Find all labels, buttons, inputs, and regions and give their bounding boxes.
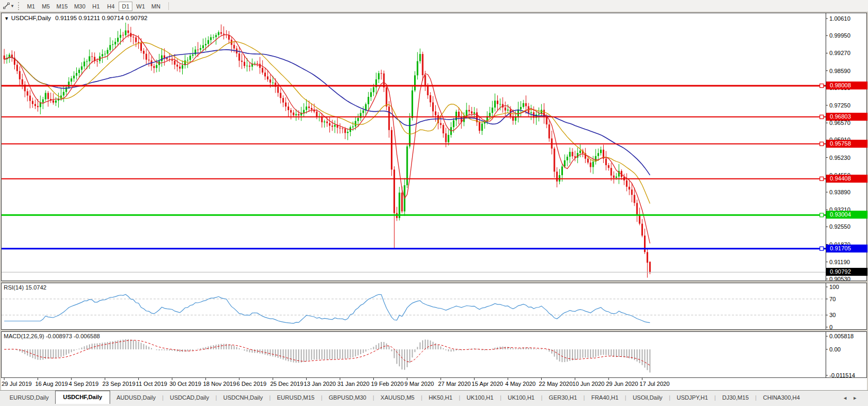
- chart-tab-eurusd-m15[interactable]: EURUSD,M15: [271, 392, 321, 404]
- rsi-panel[interactable]: [1, 283, 867, 330]
- chart-tab-hk50-h1[interactable]: HK50,H1: [423, 392, 459, 404]
- chart-tab-dj30-m15[interactable]: DJ30,M15: [716, 392, 755, 404]
- tab-scroll-left-icon[interactable]: ◄: [843, 395, 853, 401]
- date-axis-label: 11 Oct 2019: [136, 381, 167, 387]
- macd-indicator-label: MACD(12,26,9) -0.008973 -0.006588: [4, 333, 100, 339]
- price-axis-tick: 0.95230: [829, 154, 851, 161]
- date-axis-label: 29 Jul 2019: [2, 381, 32, 387]
- timeframe-button-h4[interactable]: H4: [104, 2, 118, 11]
- timeframe-button-m30[interactable]: M30: [71, 2, 88, 11]
- date-axis-label: 4 May 2020: [505, 381, 535, 387]
- price-axis-tick: 0.97250: [829, 102, 851, 109]
- price-axis-tick: 1.00610: [829, 15, 851, 22]
- price-line-badge: 0.93004: [826, 211, 867, 219]
- chart-tabs: EURUSD,DailyUSDCHF,DailyAUDUSD,Daily|USD…: [3, 391, 806, 404]
- price-line-badge: 0.95758: [826, 140, 867, 148]
- timeframe-buttons: M1M5M15M30H1H4D1W1MN: [24, 1, 164, 11]
- chart-tab-usdchf-daily[interactable]: USDCHF,Daily: [55, 391, 110, 404]
- date-axis-label: 27 Mar 2020: [438, 381, 471, 387]
- dropdown-caret-icon[interactable]: ▾: [11, 3, 14, 8]
- timeframe-button-m15[interactable]: M15: [54, 2, 70, 11]
- price-axis-tick: 0.93890: [829, 188, 851, 196]
- timeframe-button-m1[interactable]: M1: [24, 2, 38, 11]
- macd-axis-tick: 0.005818: [829, 332, 854, 340]
- date-axis-label: 22 May 2020: [539, 381, 572, 387]
- chart-ohlc-values: 0.91195 0.91211 0.90714 0.90792: [55, 15, 147, 21]
- status-strip: [0, 404, 868, 406]
- price-axis-tick: 0.92550: [829, 223, 851, 230]
- timeframe-button-m5[interactable]: M5: [39, 2, 53, 11]
- rsi-axis-tick: 100: [829, 283, 839, 291]
- price-axis-tick: 0.99950: [829, 32, 851, 39]
- chart-tab-bar: EURUSD,DailyUSDCHF,DailyAUDUSD,Daily|USD…: [0, 390, 868, 404]
- timeframe-button-mn[interactable]: MN: [149, 2, 163, 11]
- price-axis-tick: 0.98590: [829, 67, 851, 75]
- tab-scroll-right-icon[interactable]: ►: [853, 395, 863, 401]
- chart-tab-china300-h4[interactable]: CHINA300,H4: [757, 392, 807, 404]
- price-line-badge: 0.98008: [826, 82, 867, 89]
- price-line-badge: 0.91705: [826, 245, 867, 252]
- macd-axis-tick: -0.011514: [829, 372, 855, 379]
- date-axis-label: 17 Jul 2020: [640, 381, 670, 387]
- date-axis-label: 31 Jan 2020: [337, 381, 370, 387]
- timeframe-toolbar: ▾ M1M5M15M30H1H4D1W1MN: [0, 0, 868, 12]
- chart-tab-audusd-daily[interactable]: AUDUSD,Daily: [110, 392, 162, 404]
- chart-tab-eurusd-daily[interactable]: EURUSD,Daily: [3, 392, 55, 404]
- chart-tab-ger30-h1[interactable]: GER30,H1: [542, 392, 583, 404]
- chart-tab-usdcad-daily[interactable]: USDCAD,Daily: [164, 392, 216, 404]
- chart-tab-fra40-h1[interactable]: FRA40,H1: [585, 392, 624, 404]
- date-axis-label: 9 Mar 2020: [405, 381, 434, 387]
- current-price-badge: 0.90792: [826, 268, 867, 276]
- date-axis-label: 23 Sep 2019: [102, 381, 135, 387]
- date-axis-label: 10 Jun 2020: [572, 381, 605, 387]
- price-line-badge: 0.96803: [826, 113, 867, 121]
- date-axis-label: 15 Apr 2020: [472, 381, 503, 387]
- timeframe-button-h1[interactable]: H1: [89, 2, 103, 11]
- date-axis-label: 25 Dec 2019: [270, 381, 303, 387]
- date-axis-label: 30 Oct 2019: [169, 381, 201, 387]
- macd-panel[interactable]: [1, 331, 867, 378]
- timeframe-button-d1[interactable]: D1: [119, 2, 132, 11]
- price-axis-tick: 0.91190: [829, 258, 850, 266]
- chart-tab-uk100-h1[interactable]: UK100,H1: [460, 392, 500, 404]
- date-axis-label: 18 Nov 2019: [203, 381, 236, 387]
- tab-scroll-arrows: ◄►: [843, 395, 863, 401]
- chart-symbol-period: USDCHF,Daily: [11, 15, 51, 21]
- main-chart-panel[interactable]: [1, 13, 867, 281]
- chart-tab-xauusd-m5[interactable]: XAUUSD,M5: [374, 392, 421, 404]
- price-axis-tick: 0.90530: [829, 275, 851, 283]
- chart-tab-gbpusd-m30[interactable]: GBPUSD,M30: [323, 392, 373, 404]
- macd-axis-tick: 0.00: [829, 346, 840, 353]
- rsi-indicator-label: RSI(14) 15.0742: [4, 284, 47, 291]
- price-line-badge: 0.94408: [826, 175, 867, 183]
- date-axis-label: 6 Dec 2019: [237, 381, 266, 387]
- date-axis-label: 16 Aug 2019: [35, 381, 68, 387]
- date-axis-label: 4 Sep 2019: [69, 381, 99, 387]
- chart-tab-uk100-h1[interactable]: UK100,H1: [502, 392, 541, 404]
- trendline-tool-icon[interactable]: [3, 2, 10, 10]
- date-axis-label: 13 Jan 2020: [304, 381, 336, 387]
- chart-tab-usoil-daily[interactable]: USOil,Daily: [627, 392, 669, 404]
- chart-title: ▼USDCHF,Daily0.91195 0.91211 0.90714 0.9…: [4, 15, 148, 21]
- toolbar-grip[interactable]: [18, 2, 20, 10]
- collapse-caret-icon[interactable]: ▼: [4, 16, 9, 21]
- chart-tab-usdjpy-h1[interactable]: USDJPY,H1: [670, 392, 714, 404]
- rsi-axis-tick: 30: [829, 311, 836, 319]
- timeframe-button-w1[interactable]: W1: [133, 2, 148, 11]
- chart-tab-usdcnh-daily[interactable]: USDCNH,Daily: [217, 392, 270, 404]
- date-axis-label: 19 Feb 2020: [371, 381, 404, 387]
- date-axis-label: 29 Jun 2020: [606, 381, 638, 387]
- rsi-axis-tick: 0: [829, 323, 833, 331]
- rsi-axis-tick: 70: [829, 295, 836, 303]
- price-axis-tick: 0.99270: [829, 49, 851, 57]
- toolbar-separator: [168, 2, 169, 10]
